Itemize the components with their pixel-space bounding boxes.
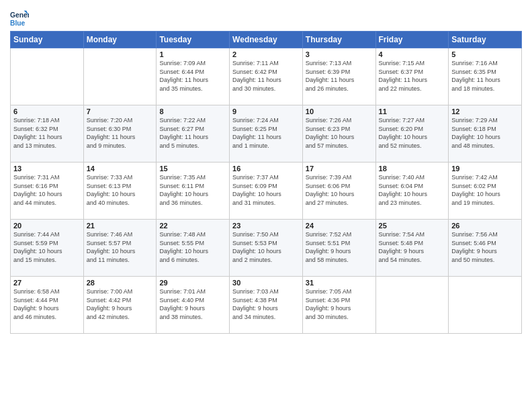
day-number: 11 [379,107,446,116]
day-number: 4 [379,50,446,58]
day-number: 27 [13,279,81,287]
day-number: 2 [232,50,300,58]
calendar-header: SundayMondayTuesdayWednesdayThursdayFrid… [11,32,522,48]
day-number: 28 [87,279,154,287]
calendar-cell [375,277,449,334]
col-header-tuesday: Tuesday [157,32,230,48]
day-info: Sunrise: 6:58 AM Sunset: 4:44 PM Dayligh… [13,287,81,321]
calendar-cell: 7Sunrise: 7:20 AM Sunset: 6:30 PM Daylig… [83,105,157,163]
calendar-cell: 26Sunrise: 7:56 AM Sunset: 5:46 PM Dayli… [449,220,522,277]
day-info: Sunrise: 7:20 AM Sunset: 6:30 PM Dayligh… [87,116,154,150]
calendar-cell [83,48,157,105]
day-number: 17 [306,165,373,173]
week-row-3: 13Sunrise: 7:31 AM Sunset: 6:16 PM Dayli… [11,163,522,220]
day-info: Sunrise: 7:11 AM Sunset: 6:42 PM Dayligh… [232,59,300,93]
col-header-friday: Friday [375,32,449,48]
calendar-cell: 5Sunrise: 7:16 AM Sunset: 6:35 PM Daylig… [449,48,522,105]
calendar-cell: 22Sunrise: 7:48 AM Sunset: 5:55 PM Dayli… [157,220,230,277]
calendar-cell: 28Sunrise: 7:00 AM Sunset: 4:42 PM Dayli… [83,277,157,334]
week-row-4: 20Sunrise: 7:44 AM Sunset: 5:59 PM Dayli… [11,220,522,277]
day-info: Sunrise: 7:27 AM Sunset: 6:20 PM Dayligh… [379,116,446,150]
day-number: 18 [379,165,446,173]
day-number: 29 [159,279,226,287]
day-info: Sunrise: 7:31 AM Sunset: 6:16 PM Dayligh… [13,173,81,207]
day-info: Sunrise: 7:05 AM Sunset: 4:36 PM Dayligh… [306,287,373,321]
day-info: Sunrise: 7:22 AM Sunset: 6:27 PM Dayligh… [159,116,226,150]
calendar-cell: 27Sunrise: 6:58 AM Sunset: 4:44 PM Dayli… [11,277,84,334]
week-row-5: 27Sunrise: 6:58 AM Sunset: 4:44 PM Dayli… [11,277,522,334]
calendar-cell: 31Sunrise: 7:05 AM Sunset: 4:36 PM Dayli… [302,277,375,334]
day-info: Sunrise: 7:13 AM Sunset: 6:39 PM Dayligh… [306,59,373,93]
calendar-cell: 1Sunrise: 7:09 AM Sunset: 6:44 PM Daylig… [157,48,230,105]
week-row-2: 6Sunrise: 7:18 AM Sunset: 6:32 PM Daylig… [11,105,522,163]
day-info: Sunrise: 7:54 AM Sunset: 5:48 PM Dayligh… [379,230,446,264]
calendar-cell: 24Sunrise: 7:52 AM Sunset: 5:51 PM Dayli… [302,220,375,277]
day-number: 26 [451,222,519,230]
calendar-cell: 23Sunrise: 7:50 AM Sunset: 5:53 PM Dayli… [230,220,303,277]
svg-text:Blue: Blue [10,19,26,27]
calendar-cell: 17Sunrise: 7:39 AM Sunset: 6:06 PM Dayli… [302,163,375,220]
day-number: 1 [159,50,226,58]
day-number: 10 [306,107,373,116]
calendar-cell: 4Sunrise: 7:15 AM Sunset: 6:37 PM Daylig… [375,48,449,105]
calendar-cell: 2Sunrise: 7:11 AM Sunset: 6:42 PM Daylig… [230,48,303,105]
day-number: 7 [87,107,154,116]
day-info: Sunrise: 7:40 AM Sunset: 6:04 PM Dayligh… [379,173,446,207]
calendar-cell: 30Sunrise: 7:03 AM Sunset: 4:38 PM Dayli… [230,277,303,334]
calendar-cell: 3Sunrise: 7:13 AM Sunset: 6:39 PM Daylig… [302,48,375,105]
logo: General Blue [10,9,32,28]
day-info: Sunrise: 7:18 AM Sunset: 6:32 PM Dayligh… [13,116,81,150]
calendar-cell: 11Sunrise: 7:27 AM Sunset: 6:20 PM Dayli… [375,105,449,163]
day-number: 8 [159,107,226,116]
day-number: 25 [379,222,446,230]
day-info: Sunrise: 7:46 AM Sunset: 5:57 PM Dayligh… [87,230,154,264]
day-number: 6 [13,107,81,116]
day-number: 5 [451,50,519,58]
day-number: 9 [232,107,300,116]
day-number: 20 [13,222,81,230]
calendar-cell: 8Sunrise: 7:22 AM Sunset: 6:27 PM Daylig… [157,105,230,163]
col-header-saturday: Saturday [449,32,522,48]
calendar-cell: 21Sunrise: 7:46 AM Sunset: 5:57 PM Dayli… [83,220,157,277]
calendar-cell: 20Sunrise: 7:44 AM Sunset: 5:59 PM Dayli… [11,220,84,277]
day-number: 13 [13,165,81,173]
col-header-wednesday: Wednesday [230,32,303,48]
calendar-cell: 14Sunrise: 7:33 AM Sunset: 6:13 PM Dayli… [83,163,157,220]
day-number: 14 [87,165,154,173]
calendar-cell [449,277,522,334]
day-info: Sunrise: 7:56 AM Sunset: 5:46 PM Dayligh… [451,230,519,264]
day-number: 12 [451,107,519,116]
day-info: Sunrise: 7:39 AM Sunset: 6:06 PM Dayligh… [306,173,373,207]
col-header-monday: Monday [83,32,157,48]
day-info: Sunrise: 7:15 AM Sunset: 6:37 PM Dayligh… [379,59,446,93]
calendar-cell: 18Sunrise: 7:40 AM Sunset: 6:04 PM Dayli… [375,163,449,220]
calendar-cell: 15Sunrise: 7:35 AM Sunset: 6:11 PM Dayli… [157,163,230,220]
calendar-cell: 13Sunrise: 7:31 AM Sunset: 6:16 PM Dayli… [11,163,84,220]
day-number: 31 [306,279,373,287]
day-info: Sunrise: 7:44 AM Sunset: 5:59 PM Dayligh… [13,230,81,264]
day-info: Sunrise: 7:33 AM Sunset: 6:13 PM Dayligh… [87,173,154,207]
day-info: Sunrise: 7:24 AM Sunset: 6:25 PM Dayligh… [232,116,300,150]
day-number: 15 [159,165,226,173]
calendar-cell: 16Sunrise: 7:37 AM Sunset: 6:09 PM Dayli… [230,163,303,220]
day-number: 21 [87,222,154,230]
day-number: 24 [306,222,373,230]
day-info: Sunrise: 7:01 AM Sunset: 4:40 PM Dayligh… [159,287,226,321]
calendar-cell [11,48,84,105]
calendar-cell: 6Sunrise: 7:18 AM Sunset: 6:32 PM Daylig… [11,105,84,163]
calendar-cell: 29Sunrise: 7:01 AM Sunset: 4:40 PM Dayli… [157,277,230,334]
calendar-cell: 12Sunrise: 7:29 AM Sunset: 6:18 PM Dayli… [449,105,522,163]
day-info: Sunrise: 7:29 AM Sunset: 6:18 PM Dayligh… [451,116,519,150]
day-info: Sunrise: 7:26 AM Sunset: 6:23 PM Dayligh… [306,116,373,150]
calendar-cell: 10Sunrise: 7:26 AM Sunset: 6:23 PM Dayli… [302,105,375,163]
day-number: 22 [159,222,226,230]
day-info: Sunrise: 7:16 AM Sunset: 6:35 PM Dayligh… [451,59,519,93]
day-info: Sunrise: 7:50 AM Sunset: 5:53 PM Dayligh… [232,230,300,264]
col-header-sunday: Sunday [11,32,84,48]
day-info: Sunrise: 7:35 AM Sunset: 6:11 PM Dayligh… [159,173,226,207]
day-info: Sunrise: 7:00 AM Sunset: 4:42 PM Dayligh… [87,287,154,321]
day-info: Sunrise: 7:03 AM Sunset: 4:38 PM Dayligh… [232,287,300,321]
calendar-cell: 19Sunrise: 7:42 AM Sunset: 6:02 PM Dayli… [449,163,522,220]
calendar-cell: 9Sunrise: 7:24 AM Sunset: 6:25 PM Daylig… [230,105,303,163]
day-info: Sunrise: 7:09 AM Sunset: 6:44 PM Dayligh… [159,59,226,93]
